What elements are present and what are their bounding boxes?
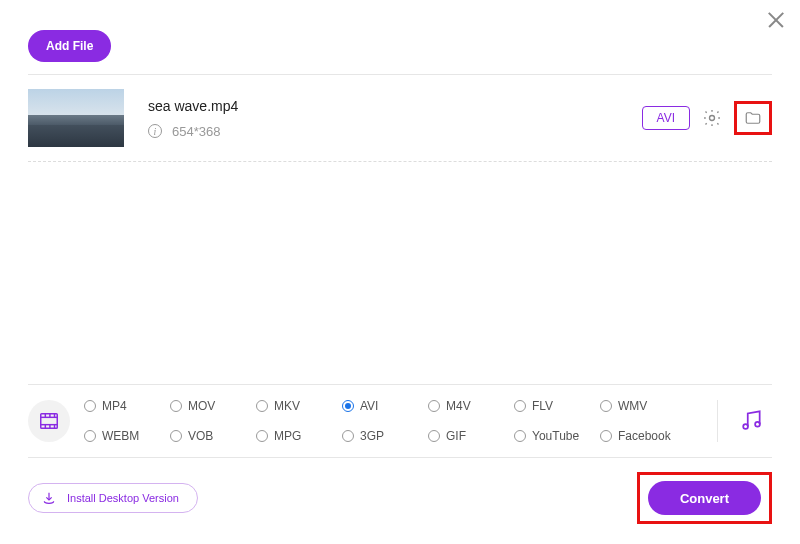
format-label: FLV bbox=[532, 399, 553, 413]
format-option-mpg[interactable]: MPG bbox=[256, 429, 342, 443]
radio-icon bbox=[342, 430, 354, 442]
video-thumbnail[interactable] bbox=[28, 89, 124, 147]
convert-highlight: Convert bbox=[637, 472, 772, 524]
install-desktop-label: Install Desktop Version bbox=[67, 492, 179, 504]
format-label: MP4 bbox=[102, 399, 127, 413]
divider bbox=[717, 400, 718, 442]
format-option-youtube[interactable]: YouTube bbox=[514, 429, 600, 443]
radio-icon bbox=[600, 400, 612, 412]
radio-icon bbox=[428, 430, 440, 442]
format-panel: MP4MOVMKVAVIM4VFLVWMVWEBMVOBMPG3GPGIFYou… bbox=[28, 384, 772, 458]
radio-icon bbox=[256, 400, 268, 412]
format-option-gif[interactable]: GIF bbox=[428, 429, 514, 443]
format-label: Facebook bbox=[618, 429, 671, 443]
convert-button[interactable]: Convert bbox=[648, 481, 761, 515]
format-option-facebook[interactable]: Facebook bbox=[600, 429, 686, 443]
file-resolution: 654*368 bbox=[172, 124, 220, 139]
film-icon[interactable] bbox=[28, 400, 70, 442]
add-file-button[interactable]: Add File bbox=[28, 30, 111, 62]
folder-highlight bbox=[734, 101, 772, 135]
format-label: WMV bbox=[618, 399, 647, 413]
format-label: M4V bbox=[446, 399, 471, 413]
svg-point-0 bbox=[710, 116, 715, 121]
radio-icon bbox=[514, 400, 526, 412]
format-label: AVI bbox=[360, 399, 378, 413]
format-label: MKV bbox=[274, 399, 300, 413]
format-label: VOB bbox=[188, 429, 213, 443]
gear-icon[interactable] bbox=[700, 106, 724, 130]
output-format-button[interactable]: AVI bbox=[642, 106, 690, 130]
format-label: 3GP bbox=[360, 429, 384, 443]
format-option-webm[interactable]: WEBM bbox=[84, 429, 170, 443]
radio-icon bbox=[600, 430, 612, 442]
music-icon[interactable] bbox=[738, 407, 766, 435]
format-label: YouTube bbox=[532, 429, 579, 443]
format-option-mkv[interactable]: MKV bbox=[256, 399, 342, 413]
svg-point-10 bbox=[743, 424, 748, 429]
folder-icon[interactable] bbox=[741, 106, 765, 130]
file-name: sea wave.mp4 bbox=[148, 98, 642, 114]
svg-point-11 bbox=[755, 422, 760, 427]
radio-icon bbox=[428, 400, 440, 412]
radio-icon bbox=[84, 400, 96, 412]
radio-icon bbox=[170, 400, 182, 412]
format-option-m4v[interactable]: M4V bbox=[428, 399, 514, 413]
file-row: sea wave.mp4 i 654*368 AVI bbox=[28, 75, 772, 162]
install-desktop-button[interactable]: Install Desktop Version bbox=[28, 483, 198, 513]
format-option-wmv[interactable]: WMV bbox=[600, 399, 686, 413]
format-option-vob[interactable]: VOB bbox=[170, 429, 256, 443]
radio-icon bbox=[342, 400, 354, 412]
format-label: WEBM bbox=[102, 429, 139, 443]
radio-icon bbox=[256, 430, 268, 442]
info-icon[interactable]: i bbox=[148, 124, 162, 138]
close-icon[interactable] bbox=[766, 10, 786, 30]
format-option-avi[interactable]: AVI bbox=[342, 399, 428, 413]
format-option-flv[interactable]: FLV bbox=[514, 399, 600, 413]
format-label: GIF bbox=[446, 429, 466, 443]
format-option-mov[interactable]: MOV bbox=[170, 399, 256, 413]
format-label: MPG bbox=[274, 429, 301, 443]
format-label: MOV bbox=[188, 399, 215, 413]
format-option-mp4[interactable]: MP4 bbox=[84, 399, 170, 413]
radio-icon bbox=[514, 430, 526, 442]
radio-icon bbox=[170, 430, 182, 442]
format-option-3gp[interactable]: 3GP bbox=[342, 429, 428, 443]
radio-icon bbox=[84, 430, 96, 442]
